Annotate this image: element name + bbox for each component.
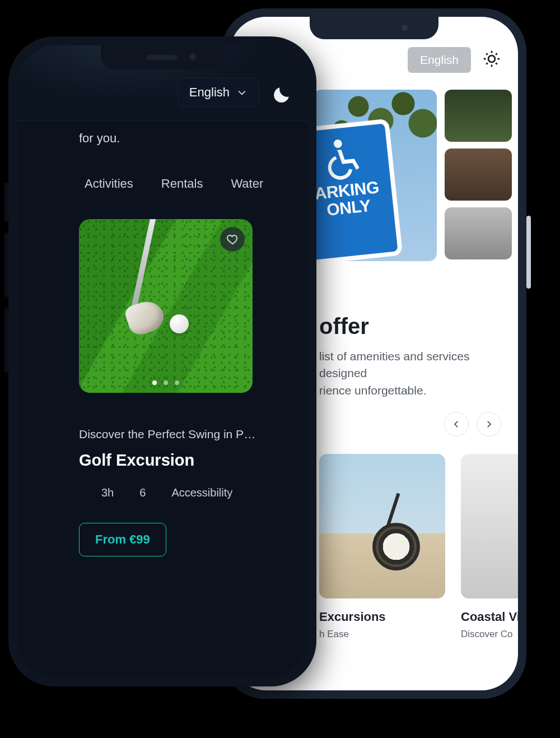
dark-body: for you. Activities Rentals Water [17, 121, 307, 677]
volume-down-button [4, 308, 8, 373]
offer-section: offer list of amenities and services des… [319, 314, 501, 399]
notch [310, 17, 438, 39]
intro-text-fragment: for you. [34, 121, 291, 146]
page-dot [175, 380, 179, 385]
offer-card-title: Excursions [319, 610, 445, 624]
beach-wheelchair-image [319, 454, 445, 598]
phone-front-screen: English for you. Activities Rentals Wate… [17, 45, 307, 677]
language-label: English [189, 85, 230, 100]
language-selector[interactable]: English [408, 47, 471, 73]
gallery-row: ARKING ONLY [314, 90, 507, 269]
image-pagination[interactable] [152, 380, 179, 385]
page-dot [164, 380, 168, 385]
heart-icon [226, 233, 239, 246]
svg-point-0 [488, 55, 495, 62]
gallery-main-image[interactable]: ARKING ONLY [314, 90, 437, 261]
moon-icon[interactable] [272, 85, 292, 107]
gallery-thumbs [445, 90, 512, 269]
offer-description: list of amenities and services designed … [319, 348, 501, 399]
offer-card[interactable]: Coastal Vil Discover Co [461, 454, 518, 640]
carousel-nav [444, 412, 501, 437]
sun-icon[interactable] [482, 49, 501, 71]
chevron-down-icon [236, 87, 248, 98]
activity-card[interactable] [79, 219, 257, 393]
side-button [4, 182, 8, 221]
gallery-thumb[interactable] [445, 207, 512, 259]
activity-title: Golf Excursion [79, 451, 291, 470]
side-button [526, 216, 531, 289]
page-dot [152, 380, 157, 385]
tab-rentals[interactable]: Rentals [161, 177, 203, 191]
category-tabs: Activities Rentals Water [34, 177, 291, 191]
offer-heading: offer [319, 314, 501, 339]
phone-front-frame: English for you. Activities Rentals Wate… [8, 36, 316, 686]
gallery-thumb[interactable] [445, 148, 512, 201]
tab-activities[interactable]: Activities [85, 177, 133, 191]
coastal-village-image [461, 454, 518, 598]
offer-card[interactable]: Excursions h Ease [319, 454, 445, 640]
carousel-prev-button[interactable] [444, 412, 469, 437]
capacity-chip: 6 [139, 486, 146, 499]
activity-image [79, 219, 253, 393]
favorite-button[interactable] [220, 227, 245, 252]
activity-meta: Discover the Perfect Swing in Para… Golf… [34, 428, 291, 556]
offer-card-subtitle: h Ease [319, 629, 445, 640]
offer-card-subtitle: Discover Co [461, 629, 518, 640]
golf-ball-icon [170, 314, 189, 333]
accessible-parking-sign-image: ARKING ONLY [314, 90, 437, 261]
offer-cards: Excursions h Ease Coastal Vil Discover C… [319, 454, 518, 640]
offer-card-title: Coastal Vil [461, 610, 518, 624]
carousel-next-button[interactable] [477, 412, 501, 437]
language-selector[interactable]: English [178, 78, 259, 107]
activity-tagline: Discover the Perfect Swing in Para… [79, 428, 258, 441]
notch [101, 45, 224, 69]
activity-chips: 3h 6 Accessibility [79, 486, 291, 499]
svg-point-1 [333, 139, 342, 148]
accessibility-chip: Accessibility [171, 486, 232, 499]
price-button[interactable]: From €99 [79, 523, 166, 556]
volume-up-button [4, 233, 8, 297]
sign-text-line2: ONLY [326, 197, 371, 219]
gallery-thumb[interactable] [445, 90, 512, 142]
tab-water[interactable]: Water [231, 177, 263, 191]
duration-chip: 3h [101, 486, 114, 499]
